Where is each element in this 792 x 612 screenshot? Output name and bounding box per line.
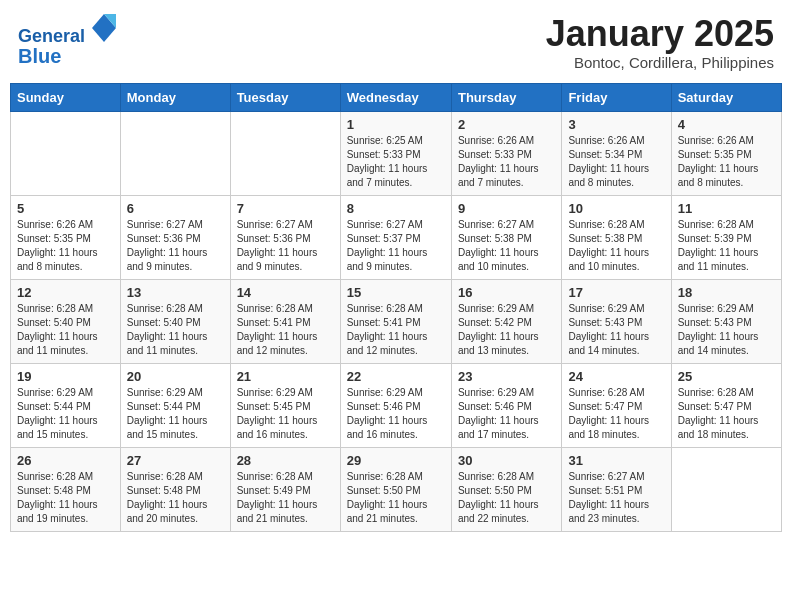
day-number: 17 [568, 285, 664, 300]
calendar-day-26: 26Sunrise: 6:28 AM Sunset: 5:48 PM Dayli… [11, 447, 121, 531]
day-info: Sunrise: 6:28 AM Sunset: 5:48 PM Dayligh… [17, 470, 114, 526]
day-number: 6 [127, 201, 224, 216]
calendar-day-30: 30Sunrise: 6:28 AM Sunset: 5:50 PM Dayli… [451, 447, 561, 531]
day-number: 25 [678, 369, 775, 384]
day-number: 10 [568, 201, 664, 216]
day-info: Sunrise: 6:28 AM Sunset: 5:50 PM Dayligh… [458, 470, 555, 526]
day-info: Sunrise: 6:29 AM Sunset: 5:43 PM Dayligh… [568, 302, 664, 358]
calendar-day-29: 29Sunrise: 6:28 AM Sunset: 5:50 PM Dayli… [340, 447, 451, 531]
calendar-day-2: 2Sunrise: 6:26 AM Sunset: 5:33 PM Daylig… [451, 111, 561, 195]
day-info: Sunrise: 6:27 AM Sunset: 5:36 PM Dayligh… [237, 218, 334, 274]
day-info: Sunrise: 6:28 AM Sunset: 5:48 PM Dayligh… [127, 470, 224, 526]
day-number: 18 [678, 285, 775, 300]
calendar-day-28: 28Sunrise: 6:28 AM Sunset: 5:49 PM Dayli… [230, 447, 340, 531]
day-info: Sunrise: 6:27 AM Sunset: 5:36 PM Dayligh… [127, 218, 224, 274]
logo-text: General [18, 14, 116, 47]
day-number: 3 [568, 117, 664, 132]
day-info: Sunrise: 6:29 AM Sunset: 5:45 PM Dayligh… [237, 386, 334, 442]
day-info: Sunrise: 6:28 AM Sunset: 5:41 PM Dayligh… [347, 302, 445, 358]
day-number: 30 [458, 453, 555, 468]
calendar-day-13: 13Sunrise: 6:28 AM Sunset: 5:40 PM Dayli… [120, 279, 230, 363]
weekday-header-row: SundayMondayTuesdayWednesdayThursdayFrid… [11, 83, 782, 111]
calendar-day-6: 6Sunrise: 6:27 AM Sunset: 5:36 PM Daylig… [120, 195, 230, 279]
calendar-day-7: 7Sunrise: 6:27 AM Sunset: 5:36 PM Daylig… [230, 195, 340, 279]
calendar-week-row: 12Sunrise: 6:28 AM Sunset: 5:40 PM Dayli… [11, 279, 782, 363]
logo-general: General [18, 26, 85, 46]
day-number: 20 [127, 369, 224, 384]
day-info: Sunrise: 6:27 AM Sunset: 5:51 PM Dayligh… [568, 470, 664, 526]
day-info: Sunrise: 6:26 AM Sunset: 5:35 PM Dayligh… [678, 134, 775, 190]
day-number: 13 [127, 285, 224, 300]
calendar-day-9: 9Sunrise: 6:27 AM Sunset: 5:38 PM Daylig… [451, 195, 561, 279]
calendar-day-31: 31Sunrise: 6:27 AM Sunset: 5:51 PM Dayli… [562, 447, 671, 531]
calendar-empty-cell [120, 111, 230, 195]
day-number: 27 [127, 453, 224, 468]
calendar-day-19: 19Sunrise: 6:29 AM Sunset: 5:44 PM Dayli… [11, 363, 121, 447]
weekday-header-friday: Friday [562, 83, 671, 111]
calendar-day-15: 15Sunrise: 6:28 AM Sunset: 5:41 PM Dayli… [340, 279, 451, 363]
day-number: 22 [347, 369, 445, 384]
day-info: Sunrise: 6:27 AM Sunset: 5:38 PM Dayligh… [458, 218, 555, 274]
day-number: 23 [458, 369, 555, 384]
logo-icon [92, 14, 116, 42]
calendar-empty-cell [11, 111, 121, 195]
calendar-day-1: 1Sunrise: 6:25 AM Sunset: 5:33 PM Daylig… [340, 111, 451, 195]
location: Bontoc, Cordillera, Philippines [546, 54, 774, 71]
calendar-day-12: 12Sunrise: 6:28 AM Sunset: 5:40 PM Dayli… [11, 279, 121, 363]
calendar-day-18: 18Sunrise: 6:29 AM Sunset: 5:43 PM Dayli… [671, 279, 781, 363]
day-info: Sunrise: 6:26 AM Sunset: 5:35 PM Dayligh… [17, 218, 114, 274]
day-number: 4 [678, 117, 775, 132]
calendar-day-16: 16Sunrise: 6:29 AM Sunset: 5:42 PM Dayli… [451, 279, 561, 363]
calendar-empty-cell [671, 447, 781, 531]
weekday-header-sunday: Sunday [11, 83, 121, 111]
weekday-header-tuesday: Tuesday [230, 83, 340, 111]
day-number: 14 [237, 285, 334, 300]
calendar-day-4: 4Sunrise: 6:26 AM Sunset: 5:35 PM Daylig… [671, 111, 781, 195]
calendar-day-21: 21Sunrise: 6:29 AM Sunset: 5:45 PM Dayli… [230, 363, 340, 447]
day-info: Sunrise: 6:29 AM Sunset: 5:46 PM Dayligh… [347, 386, 445, 442]
calendar-empty-cell [230, 111, 340, 195]
day-number: 9 [458, 201, 555, 216]
calendar-week-row: 5Sunrise: 6:26 AM Sunset: 5:35 PM Daylig… [11, 195, 782, 279]
calendar-day-25: 25Sunrise: 6:28 AM Sunset: 5:47 PM Dayli… [671, 363, 781, 447]
day-info: Sunrise: 6:28 AM Sunset: 5:40 PM Dayligh… [127, 302, 224, 358]
calendar-table: SundayMondayTuesdayWednesdayThursdayFrid… [10, 83, 782, 532]
day-info: Sunrise: 6:28 AM Sunset: 5:50 PM Dayligh… [347, 470, 445, 526]
logo-blue: Blue [18, 45, 61, 67]
day-number: 8 [347, 201, 445, 216]
day-number: 1 [347, 117, 445, 132]
weekday-header-monday: Monday [120, 83, 230, 111]
weekday-header-thursday: Thursday [451, 83, 561, 111]
calendar-day-14: 14Sunrise: 6:28 AM Sunset: 5:41 PM Dayli… [230, 279, 340, 363]
calendar-day-17: 17Sunrise: 6:29 AM Sunset: 5:43 PM Dayli… [562, 279, 671, 363]
calendar-day-20: 20Sunrise: 6:29 AM Sunset: 5:44 PM Dayli… [120, 363, 230, 447]
day-number: 21 [237, 369, 334, 384]
day-number: 26 [17, 453, 114, 468]
calendar-week-row: 26Sunrise: 6:28 AM Sunset: 5:48 PM Dayli… [11, 447, 782, 531]
calendar-day-5: 5Sunrise: 6:26 AM Sunset: 5:35 PM Daylig… [11, 195, 121, 279]
day-info: Sunrise: 6:28 AM Sunset: 5:47 PM Dayligh… [678, 386, 775, 442]
day-info: Sunrise: 6:29 AM Sunset: 5:44 PM Dayligh… [127, 386, 224, 442]
day-number: 28 [237, 453, 334, 468]
calendar-day-10: 10Sunrise: 6:28 AM Sunset: 5:38 PM Dayli… [562, 195, 671, 279]
weekday-header-saturday: Saturday [671, 83, 781, 111]
day-number: 24 [568, 369, 664, 384]
title-block: January 2025 Bontoc, Cordillera, Philipp… [546, 14, 774, 71]
day-info: Sunrise: 6:29 AM Sunset: 5:44 PM Dayligh… [17, 386, 114, 442]
day-info: Sunrise: 6:28 AM Sunset: 5:47 PM Dayligh… [568, 386, 664, 442]
calendar-day-22: 22Sunrise: 6:29 AM Sunset: 5:46 PM Dayli… [340, 363, 451, 447]
day-info: Sunrise: 6:28 AM Sunset: 5:38 PM Dayligh… [568, 218, 664, 274]
calendar-week-row: 19Sunrise: 6:29 AM Sunset: 5:44 PM Dayli… [11, 363, 782, 447]
calendar-week-row: 1Sunrise: 6:25 AM Sunset: 5:33 PM Daylig… [11, 111, 782, 195]
page-header: General Blue January 2025 Bontoc, Cordil… [10, 10, 782, 75]
day-info: Sunrise: 6:28 AM Sunset: 5:39 PM Dayligh… [678, 218, 775, 274]
calendar-day-3: 3Sunrise: 6:26 AM Sunset: 5:34 PM Daylig… [562, 111, 671, 195]
day-info: Sunrise: 6:29 AM Sunset: 5:46 PM Dayligh… [458, 386, 555, 442]
day-info: Sunrise: 6:26 AM Sunset: 5:33 PM Dayligh… [458, 134, 555, 190]
day-info: Sunrise: 6:25 AM Sunset: 5:33 PM Dayligh… [347, 134, 445, 190]
calendar-day-8: 8Sunrise: 6:27 AM Sunset: 5:37 PM Daylig… [340, 195, 451, 279]
day-number: 11 [678, 201, 775, 216]
month-title: January 2025 [546, 14, 774, 54]
calendar-day-27: 27Sunrise: 6:28 AM Sunset: 5:48 PM Dayli… [120, 447, 230, 531]
day-number: 15 [347, 285, 445, 300]
